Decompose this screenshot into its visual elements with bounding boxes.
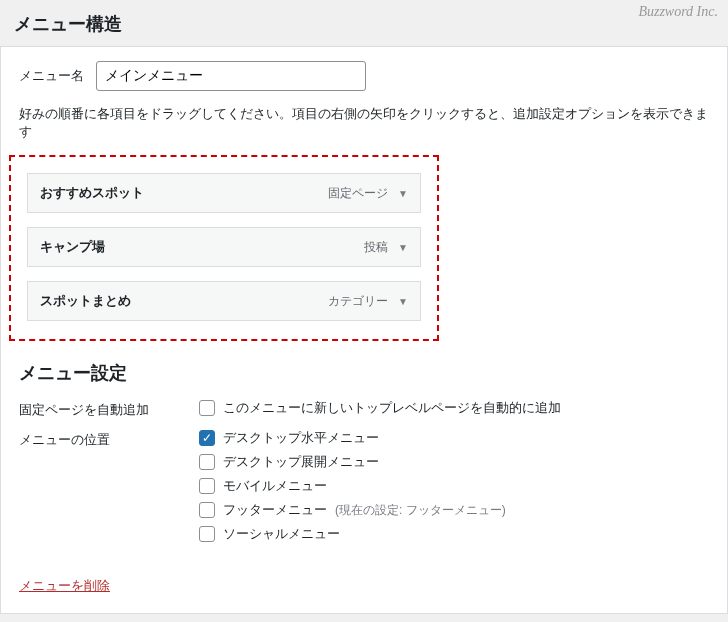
menu-item[interactable]: スポットまとめ カテゴリー ▼	[27, 281, 421, 321]
position-option-footer[interactable]: フッターメニュー (現在の設定: フッターメニュー)	[199, 501, 506, 519]
menu-item-meta: 投稿 ▼	[364, 239, 408, 256]
position-option-label: デスクトップ水平メニュー	[223, 429, 379, 447]
menu-item-meta: 固定ページ ▼	[328, 185, 408, 202]
menu-name-row: メニュー名	[19, 61, 709, 91]
position-option-label: フッターメニュー	[223, 501, 327, 519]
delete-menu-link[interactable]: メニューを削除	[19, 577, 110, 595]
auto-add-option[interactable]: このメニューに新しいトップレベルページを自動的に追加	[199, 399, 561, 417]
menu-item[interactable]: おすすめスポット 固定ページ ▼	[27, 173, 421, 213]
position-option-label: モバイルメニュー	[223, 477, 327, 495]
structure-title: メニュー構造	[0, 0, 728, 47]
drag-instruction: 好みの順番に各項目をドラッグしてください。項目の右側の矢印をクリックすると、追加…	[19, 105, 709, 141]
position-row: メニューの位置 デスクトップ水平メニュー デスクトップ展開メニュー モバイルメニ…	[19, 429, 709, 543]
position-option-desktop-expanded[interactable]: デスクトップ展開メニュー	[199, 453, 506, 471]
position-option-social[interactable]: ソーシャルメニュー	[199, 525, 506, 543]
menu-item-title: おすすめスポット	[40, 184, 144, 202]
checkbox-icon[interactable]	[199, 454, 215, 470]
menu-item-type: カテゴリー	[328, 293, 388, 310]
menu-item-title: キャンプ場	[40, 238, 105, 256]
checkbox-icon[interactable]	[199, 502, 215, 518]
settings-title: メニュー設定	[19, 361, 709, 385]
position-option-label: デスクトップ展開メニュー	[223, 453, 379, 471]
menu-item-meta: カテゴリー ▼	[328, 293, 408, 310]
position-label: メニューの位置	[19, 429, 199, 449]
chevron-down-icon[interactable]: ▼	[398, 296, 408, 307]
position-option-label: ソーシャルメニュー	[223, 525, 340, 543]
position-option-desktop-horizontal[interactable]: デスクトップ水平メニュー	[199, 429, 506, 447]
chevron-down-icon[interactable]: ▼	[398, 188, 408, 199]
menu-item[interactable]: キャンプ場 投稿 ▼	[27, 227, 421, 267]
auto-add-label: 固定ページを自動追加	[19, 399, 199, 419]
menu-item-title: スポットまとめ	[40, 292, 131, 310]
chevron-down-icon[interactable]: ▼	[398, 242, 408, 253]
checkbox-icon[interactable]	[199, 400, 215, 416]
menu-structure-panel: メニュー名 好みの順番に各項目をドラッグしてください。項目の右側の矢印をクリック…	[0, 47, 728, 614]
auto-add-row: 固定ページを自動追加 このメニューに新しいトップレベルページを自動的に追加	[19, 399, 709, 419]
menu-item-type: 固定ページ	[328, 185, 388, 202]
position-option-hint: (現在の設定: フッターメニュー)	[335, 502, 506, 519]
menu-name-label: メニュー名	[19, 67, 84, 85]
menu-items-highlight: おすすめスポット 固定ページ ▼ キャンプ場 投稿 ▼ スポットまとめ カテゴリ…	[9, 155, 439, 341]
menu-item-type: 投稿	[364, 239, 388, 256]
checkbox-icon[interactable]	[199, 430, 215, 446]
checkbox-icon[interactable]	[199, 526, 215, 542]
position-option-mobile[interactable]: モバイルメニュー	[199, 477, 506, 495]
watermark: Buzzword Inc.	[638, 4, 718, 20]
menu-name-input[interactable]	[96, 61, 366, 91]
auto-add-option-label: このメニューに新しいトップレベルページを自動的に追加	[223, 399, 561, 417]
checkbox-icon[interactable]	[199, 478, 215, 494]
